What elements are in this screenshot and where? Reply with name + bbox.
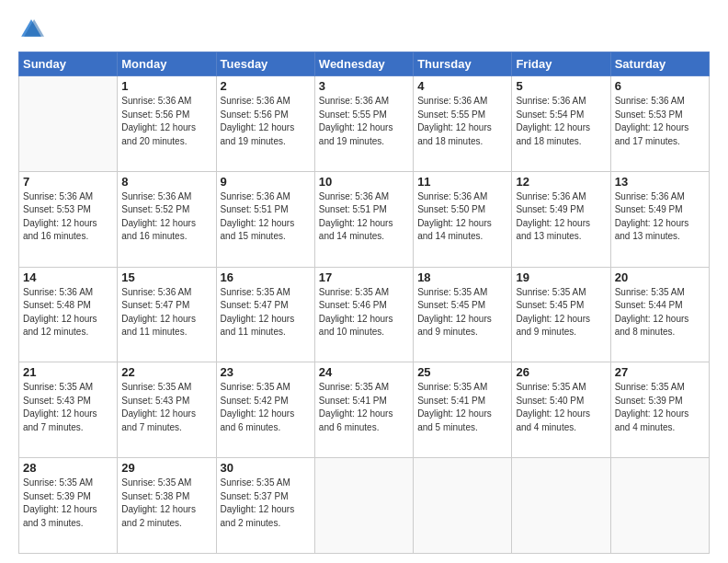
calendar-cell xyxy=(610,458,709,554)
day-number: 30 xyxy=(221,461,311,475)
calendar-cell xyxy=(512,458,610,554)
day-info: Sunrise: 5:36 AM Sunset: 5:52 PM Dayligh… xyxy=(121,190,211,244)
calendar-cell: 8Sunrise: 5:36 AM Sunset: 5:52 PM Daylig… xyxy=(118,171,216,267)
day-info: Sunrise: 5:36 AM Sunset: 5:53 PM Dayligh… xyxy=(23,190,113,244)
day-number: 15 xyxy=(121,270,211,284)
calendar-week-row: 28Sunrise: 5:35 AM Sunset: 5:39 PM Dayli… xyxy=(19,458,710,554)
calendar-cell xyxy=(414,458,512,554)
calendar-cell: 20Sunrise: 5:35 AM Sunset: 5:44 PM Dayli… xyxy=(610,267,709,362)
weekday-header: Monday xyxy=(118,52,216,76)
weekday-header: Saturday xyxy=(610,52,709,76)
day-info: Sunrise: 5:35 AM Sunset: 5:44 PM Dayligh… xyxy=(615,286,705,339)
day-number: 19 xyxy=(516,270,606,284)
day-info: Sunrise: 5:36 AM Sunset: 5:55 PM Dayligh… xyxy=(417,95,507,148)
day-number: 12 xyxy=(516,175,606,189)
day-number: 22 xyxy=(121,365,211,379)
calendar-cell: 27Sunrise: 5:35 AM Sunset: 5:39 PM Dayli… xyxy=(610,362,709,458)
day-info: Sunrise: 5:35 AM Sunset: 5:47 PM Dayligh… xyxy=(221,286,311,339)
day-number: 28 xyxy=(23,461,113,475)
day-number: 27 xyxy=(615,365,705,379)
day-info: Sunrise: 5:35 AM Sunset: 5:43 PM Dayligh… xyxy=(23,381,113,434)
day-number: 26 xyxy=(516,365,606,379)
calendar-cell: 4Sunrise: 5:36 AM Sunset: 5:55 PM Daylig… xyxy=(414,76,512,172)
day-info: Sunrise: 5:35 AM Sunset: 5:41 PM Dayligh… xyxy=(319,381,409,434)
day-info: Sunrise: 5:35 AM Sunset: 5:46 PM Dayligh… xyxy=(319,286,409,339)
day-info: Sunrise: 5:35 AM Sunset: 5:39 PM Dayligh… xyxy=(23,477,113,530)
calendar-cell: 26Sunrise: 5:35 AM Sunset: 5:40 PM Dayli… xyxy=(512,362,610,458)
day-number: 8 xyxy=(121,175,211,189)
calendar-cell: 11Sunrise: 5:36 AM Sunset: 5:50 PM Dayli… xyxy=(414,171,512,267)
calendar-cell: 9Sunrise: 5:36 AM Sunset: 5:51 PM Daylig… xyxy=(216,171,314,267)
calendar-cell: 12Sunrise: 5:36 AM Sunset: 5:49 PM Dayli… xyxy=(512,171,610,267)
day-info: Sunrise: 5:36 AM Sunset: 5:51 PM Dayligh… xyxy=(221,190,311,244)
logo-icon xyxy=(18,17,44,42)
day-number: 13 xyxy=(615,175,705,189)
logo xyxy=(18,17,48,42)
day-number: 25 xyxy=(417,365,507,379)
calendar-cell: 2Sunrise: 5:36 AM Sunset: 5:56 PM Daylig… xyxy=(216,76,314,172)
weekday-header: Thursday xyxy=(414,52,512,76)
day-info: Sunrise: 5:35 AM Sunset: 5:41 PM Dayligh… xyxy=(417,381,507,434)
calendar-week-row: 14Sunrise: 5:36 AM Sunset: 5:48 PM Dayli… xyxy=(19,267,710,362)
weekday-header: Sunday xyxy=(19,52,118,76)
day-number: 2 xyxy=(221,79,311,93)
day-number: 21 xyxy=(23,365,113,379)
calendar-cell: 24Sunrise: 5:35 AM Sunset: 5:41 PM Dayli… xyxy=(314,362,413,458)
day-info: Sunrise: 5:35 AM Sunset: 5:40 PM Dayligh… xyxy=(516,381,606,434)
day-info: Sunrise: 5:36 AM Sunset: 5:49 PM Dayligh… xyxy=(516,190,606,244)
calendar-cell: 7Sunrise: 5:36 AM Sunset: 5:53 PM Daylig… xyxy=(19,171,118,267)
calendar-cell: 25Sunrise: 5:35 AM Sunset: 5:41 PM Dayli… xyxy=(414,362,512,458)
calendar-cell: 14Sunrise: 5:36 AM Sunset: 5:48 PM Dayli… xyxy=(19,267,118,362)
calendar-week-row: 7Sunrise: 5:36 AM Sunset: 5:53 PM Daylig… xyxy=(19,171,710,267)
day-info: Sunrise: 5:36 AM Sunset: 5:47 PM Dayligh… xyxy=(121,286,211,339)
day-info: Sunrise: 5:36 AM Sunset: 5:53 PM Dayligh… xyxy=(615,95,705,148)
day-number: 10 xyxy=(319,175,409,189)
day-number: 16 xyxy=(221,270,311,284)
day-info: Sunrise: 5:35 AM Sunset: 5:38 PM Dayligh… xyxy=(121,477,211,530)
day-info: Sunrise: 5:35 AM Sunset: 5:37 PM Dayligh… xyxy=(221,477,311,530)
day-number: 23 xyxy=(221,365,311,379)
calendar-cell: 17Sunrise: 5:35 AM Sunset: 5:46 PM Dayli… xyxy=(314,267,413,362)
calendar-cell: 6Sunrise: 5:36 AM Sunset: 5:53 PM Daylig… xyxy=(610,76,709,172)
day-number: 7 xyxy=(23,175,113,189)
calendar-week-row: 1Sunrise: 5:36 AM Sunset: 5:56 PM Daylig… xyxy=(19,76,710,172)
calendar-table: SundayMondayTuesdayWednesdayThursdayFrid… xyxy=(18,52,710,554)
day-info: Sunrise: 5:36 AM Sunset: 5:54 PM Dayligh… xyxy=(516,95,606,148)
day-info: Sunrise: 5:36 AM Sunset: 5:51 PM Dayligh… xyxy=(319,190,409,244)
calendar-cell: 1Sunrise: 5:36 AM Sunset: 5:56 PM Daylig… xyxy=(118,76,216,172)
day-info: Sunrise: 5:35 AM Sunset: 5:45 PM Dayligh… xyxy=(417,286,507,339)
day-info: Sunrise: 5:36 AM Sunset: 5:50 PM Dayligh… xyxy=(417,190,507,244)
day-number: 14 xyxy=(23,270,113,284)
day-number: 9 xyxy=(221,175,311,189)
day-info: Sunrise: 5:35 AM Sunset: 5:39 PM Dayligh… xyxy=(615,381,705,434)
calendar-cell: 18Sunrise: 5:35 AM Sunset: 5:45 PM Dayli… xyxy=(414,267,512,362)
calendar-cell: 16Sunrise: 5:35 AM Sunset: 5:47 PM Dayli… xyxy=(216,267,314,362)
calendar-cell: 28Sunrise: 5:35 AM Sunset: 5:39 PM Dayli… xyxy=(19,458,118,554)
weekday-header: Friday xyxy=(512,52,610,76)
day-number: 29 xyxy=(121,461,211,475)
day-number: 18 xyxy=(417,270,507,284)
day-number: 6 xyxy=(615,79,705,93)
day-number: 24 xyxy=(319,365,409,379)
day-number: 20 xyxy=(615,270,705,284)
calendar-header-row: SundayMondayTuesdayWednesdayThursdayFrid… xyxy=(19,52,710,76)
day-number: 3 xyxy=(319,79,409,93)
day-number: 5 xyxy=(516,79,606,93)
header xyxy=(18,17,710,42)
day-info: Sunrise: 5:36 AM Sunset: 5:49 PM Dayligh… xyxy=(615,190,705,244)
calendar-cell: 19Sunrise: 5:35 AM Sunset: 5:45 PM Dayli… xyxy=(512,267,610,362)
day-info: Sunrise: 5:35 AM Sunset: 5:42 PM Dayligh… xyxy=(221,381,311,434)
day-info: Sunrise: 5:36 AM Sunset: 5:56 PM Dayligh… xyxy=(221,95,311,148)
calendar-cell: 23Sunrise: 5:35 AM Sunset: 5:42 PM Dayli… xyxy=(216,362,314,458)
calendar-cell xyxy=(19,76,118,172)
day-number: 11 xyxy=(417,175,507,189)
weekday-header: Tuesday xyxy=(216,52,314,76)
calendar-cell: 13Sunrise: 5:36 AM Sunset: 5:49 PM Dayli… xyxy=(610,171,709,267)
calendar-cell: 22Sunrise: 5:35 AM Sunset: 5:43 PM Dayli… xyxy=(118,362,216,458)
page: SundayMondayTuesdayWednesdayThursdayFrid… xyxy=(0,0,728,563)
calendar-cell xyxy=(314,458,413,554)
calendar-cell: 15Sunrise: 5:36 AM Sunset: 5:47 PM Dayli… xyxy=(118,267,216,362)
weekday-header: Wednesday xyxy=(314,52,413,76)
calendar-cell: 30Sunrise: 5:35 AM Sunset: 5:37 PM Dayli… xyxy=(216,458,314,554)
calendar-cell: 3Sunrise: 5:36 AM Sunset: 5:55 PM Daylig… xyxy=(314,76,413,172)
